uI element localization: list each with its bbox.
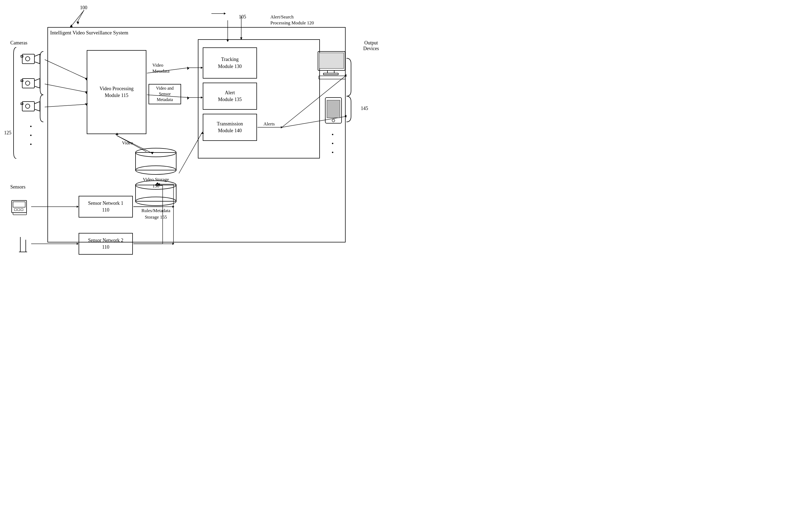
sensor-net-2-box: Sensor Network 2110	[79, 233, 133, 255]
svg-rect-87	[327, 100, 340, 118]
label-sensors: Sensors	[10, 184, 25, 190]
svg-point-60	[25, 81, 30, 85]
arrow-100-svg	[76, 6, 98, 28]
label-video-metadata: VideoMetadata	[152, 62, 170, 74]
sensor-icon-1	[10, 199, 31, 218]
label-alerts: Alerts	[263, 121, 275, 127]
vpm-box: Video ProcessingModule 115	[87, 50, 146, 134]
svg-rect-62	[22, 102, 34, 111]
transmission-box: TransmissionModule 140	[203, 114, 257, 141]
svg-marker-59	[34, 79, 40, 88]
svg-rect-75	[18, 209, 20, 211]
label-output-devices: OutputDevices	[363, 40, 379, 51]
label-cameras: Cameras	[10, 40, 27, 46]
diagram-container: 100 Intelligent Video Surveillance Syste…	[0, 0, 392, 266]
camera-icon-1	[20, 51, 41, 68]
svg-rect-54	[22, 54, 34, 64]
rules-storage-cylinder	[133, 180, 179, 206]
label-alert-search: Alert/SearchProcessing Module 120	[270, 14, 314, 26]
svg-rect-74	[15, 209, 17, 211]
svg-rect-77	[13, 213, 27, 215]
svg-rect-67	[135, 153, 176, 170]
rules-storage-label: Rules/MetadataStorage 155	[133, 208, 179, 220]
svg-marker-27	[172, 243, 174, 245]
alert-module-box: AlertModule 135	[203, 83, 257, 110]
label-145: 145	[361, 106, 368, 111]
svg-rect-85	[319, 76, 345, 79]
camera-dots: •••	[30, 122, 32, 149]
svg-marker-55	[34, 54, 40, 64]
svg-marker-49	[76, 22, 79, 24]
sensor-net-1-box: Sensor Network 1110	[79, 196, 133, 217]
arrow-alert-search-svg	[230, 16, 257, 41]
output-device-2	[323, 96, 344, 126]
svg-rect-70	[135, 185, 176, 201]
svg-rect-83	[327, 71, 334, 73]
camera-icon-3	[20, 99, 41, 115]
video-sensor-metadata-box: Video andSensorMetadata	[149, 84, 181, 104]
svg-rect-82	[319, 53, 344, 69]
svg-line-48	[77, 10, 84, 22]
svg-point-56	[25, 57, 30, 61]
svg-marker-41	[77, 243, 79, 245]
rules-storage-area: Rules/MetadataStorage 155	[133, 180, 179, 220]
svg-rect-84	[323, 73, 338, 75]
video-storage-cylinder	[133, 148, 179, 175]
tracking-box: TrackingModule 130	[203, 47, 257, 79]
svg-rect-73	[13, 202, 25, 207]
output-dots: •••	[331, 130, 334, 157]
label-125: 125	[4, 130, 11, 136]
sensor-icon-2	[12, 234, 28, 255]
svg-rect-76	[21, 209, 23, 211]
svg-marker-51	[224, 12, 226, 15]
svg-point-64	[25, 104, 30, 108]
svg-point-88	[332, 119, 335, 122]
camera-icon-2	[20, 76, 41, 92]
svg-marker-63	[34, 102, 40, 111]
svg-marker-1	[70, 24, 73, 27]
output-device-1	[316, 50, 348, 80]
svg-rect-58	[22, 79, 34, 88]
label-video: Video	[122, 140, 133, 146]
